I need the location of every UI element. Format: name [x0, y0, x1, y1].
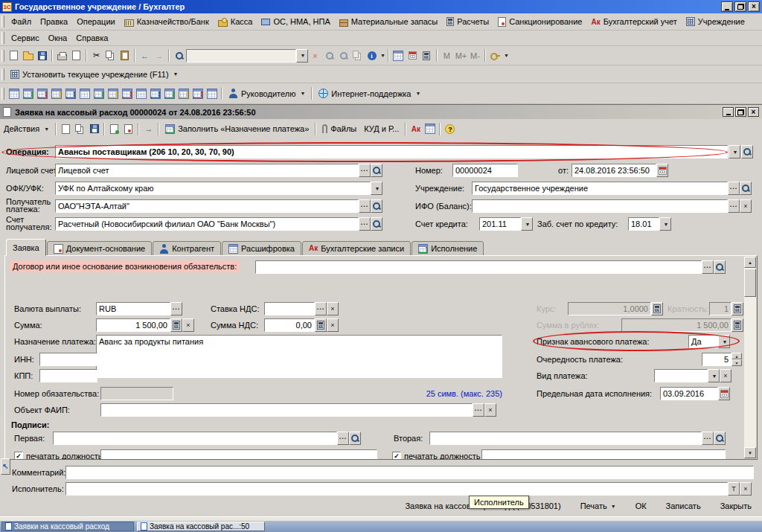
memory-minus-button[interactable]: M- — [469, 49, 481, 62]
journal-icon-2[interactable] — [22, 87, 34, 100]
credit-account-field[interactable]: 201.11 — [479, 217, 521, 231]
menu-sanctioning[interactable]: Санкционирование — [493, 15, 586, 29]
ifo-field[interactable] — [472, 199, 728, 213]
first-position-field[interactable] — [100, 449, 377, 460]
institution-select-button[interactable]: ... — [728, 182, 740, 195]
executor-clear-button[interactable]: × — [740, 482, 752, 496]
payee-account-search-button[interactable] — [371, 217, 382, 231]
kud-button[interactable]: КУД и Р... — [360, 124, 403, 134]
search-dropdown-button[interactable]: ▼ — [296, 49, 308, 63]
tab-request[interactable]: Заявка — [6, 239, 46, 256]
deadline-field[interactable]: 03.09.2016 — [660, 387, 718, 400]
find-previous-icon[interactable] — [337, 49, 350, 62]
kpp-field[interactable] — [39, 369, 97, 382]
second-print-position-checkbox[interactable]: ✓ — [392, 452, 401, 460]
vat-amount-clear-button[interactable]: × — [327, 318, 339, 332]
chevron-down-icon[interactable]: ▼ — [504, 53, 509, 58]
print-button[interactable]: Печать▼ — [576, 500, 621, 512]
add-new-icon[interactable] — [60, 123, 72, 135]
ofk-dropdown-button[interactable]: ▼ — [371, 182, 382, 195]
clear-find-icon[interactable]: × — [309, 49, 321, 62]
spin-down-icon[interactable]: ▼ — [731, 359, 742, 366]
number-field[interactable]: 00000024 — [452, 164, 518, 177]
operation-search-button[interactable] — [741, 145, 753, 158]
menu-operations[interactable]: Операции — [72, 15, 119, 29]
credit-account-dropdown-button[interactable]: ▼ — [521, 217, 533, 231]
copy-value-icon[interactable] — [351, 49, 364, 62]
payee-select-button[interactable]: ... — [359, 199, 371, 213]
chevron-down-icon[interactable]: ▼ — [380, 53, 385, 58]
menu-treasury[interactable]: Казначейство/Банк — [120, 15, 214, 29]
tab-execution[interactable]: Исполнение — [412, 241, 484, 256]
operation-field[interactable]: Авансы поставщикам (206 10, 20, 30, 70, … — [55, 145, 728, 158]
panel-vertical-scrollbar[interactable]: ▲ ▼ — [744, 257, 756, 458]
minimize-button[interactable] — [721, 1, 733, 12]
journal-icon-13[interactable] — [177, 87, 190, 100]
executor-text-button[interactable]: Т — [728, 482, 740, 496]
personal-account-select-button[interactable]: ... — [359, 164, 371, 177]
manager-button[interactable]: Руководителю ▼ — [225, 88, 309, 99]
advance-flag-dropdown-button[interactable]: ▼ — [718, 335, 730, 348]
doc-restore-button[interactable] — [735, 107, 746, 117]
priority-field[interactable]: 5 — [702, 353, 731, 366]
ifo-select-button[interactable]: ... — [728, 199, 740, 213]
tab-breakdown[interactable]: Расшифровка — [222, 241, 301, 256]
comment-field[interactable] — [65, 466, 754, 479]
rate-calc-button[interactable] — [651, 302, 663, 315]
vat-rate-clear-button[interactable]: × — [327, 302, 339, 315]
journal-icon-9[interactable] — [121, 87, 133, 100]
cut-icon[interactable]: ✂ — [90, 49, 103, 62]
taskbar-item-request-document[interactable]: Заявка на кассовый рас...:50 — [137, 522, 265, 531]
personal-account-field[interactable]: Лицевой счет — [55, 164, 359, 177]
close-button[interactable]: × — [748, 1, 760, 12]
menu-file[interactable]: Файл — [7, 15, 36, 29]
currency-field[interactable]: RUB — [96, 302, 170, 315]
first-signature-search-button[interactable] — [349, 432, 361, 445]
priority-spinner[interactable]: ▲ ▼ — [731, 353, 742, 366]
payee-account-select-button[interactable]: ... — [359, 217, 371, 231]
payment-kind-dropdown-button[interactable]: ▼ — [708, 369, 720, 382]
payment-kind-clear-button[interactable]: × — [720, 369, 731, 382]
first-signature-field[interactable] — [53, 432, 337, 445]
contract-search-button[interactable] — [714, 260, 726, 274]
journal-icon-4[interactable] — [50, 87, 63, 100]
restore-button[interactable] — [734, 1, 746, 12]
print-preview-icon[interactable] — [70, 49, 83, 62]
operation-dropdown-button[interactable]: ▼ — [729, 145, 740, 158]
redo-icon[interactable]: → — [153, 49, 165, 62]
entries-table-icon[interactable] — [423, 123, 436, 135]
payee-field[interactable]: ОАО"НЭТА-Алтай" — [55, 199, 359, 213]
faip-clear-button[interactable]: × — [484, 403, 496, 417]
amount-rub-calc-button[interactable] — [731, 318, 743, 332]
journal-icon-15[interactable] — [205, 87, 218, 100]
first-signature-select-button[interactable]: ... — [337, 432, 349, 445]
record-icon[interactable] — [88, 123, 100, 135]
spin-up-icon[interactable]: ▲ — [731, 353, 742, 359]
ifo-clear-button[interactable]: × — [740, 199, 752, 213]
second-signature-select-button[interactable]: ... — [702, 432, 714, 445]
key-icon[interactable] — [489, 49, 502, 62]
journal-icon-8[interactable] — [106, 87, 119, 100]
scroll-up-icon[interactable]: ▲ — [744, 257, 756, 268]
doc-close-button[interactable]: × — [748, 107, 759, 117]
files-button[interactable]: Файлы — [318, 124, 360, 134]
journal-icon-12[interactable] — [163, 87, 176, 100]
multiplicity-calc-button[interactable] — [731, 302, 743, 315]
currency-select-button[interactable]: ... — [170, 302, 182, 315]
advance-flag-field[interactable]: Да — [688, 335, 718, 348]
find-icon[interactable] — [173, 49, 185, 62]
contract-field[interactable] — [255, 260, 702, 274]
vat-amount-calc-button[interactable] — [315, 318, 327, 332]
save-icon[interactable] — [36, 49, 48, 62]
internet-support-button[interactable]: Интернет-поддержка ▼ — [315, 88, 424, 99]
faip-field[interactable] — [100, 403, 473, 417]
memory-plus-button[interactable]: M+ — [455, 49, 467, 62]
accounting-entries-icon[interactable]: Ак — [409, 123, 422, 135]
ok-button[interactable]: ОК — [631, 500, 651, 512]
find-next-icon[interactable] — [323, 49, 336, 62]
personal-account-search-button[interactable] — [371, 164, 382, 177]
vat-amount-field[interactable]: 0,00 — [264, 318, 315, 332]
offbalance-field[interactable]: 18.01 — [628, 217, 659, 231]
actions-button[interactable]: Действия▼ — [0, 124, 53, 134]
first-print-position-checkbox[interactable]: ✓ — [14, 452, 23, 460]
